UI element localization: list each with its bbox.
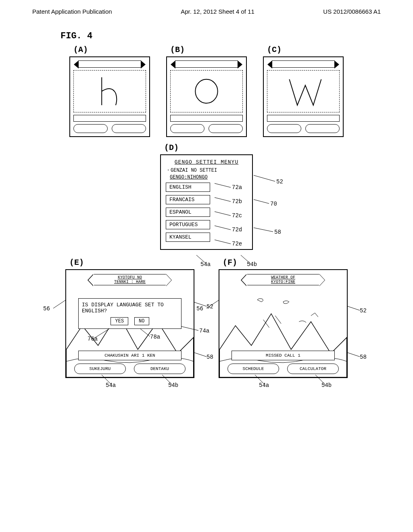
- device-f: WEATHER OF KYOTO:FINE MISSED CALL 1 SCHE…: [219, 269, 348, 378]
- ref-54a-f: 54a: [259, 382, 269, 389]
- ticker-f: WEATHER OF KYOTO:FINE: [247, 274, 319, 285]
- ref-56-e: 56: [43, 305, 50, 312]
- pict-e: CHAKUSHIN ARI 1 KEN: [78, 351, 181, 360]
- panel-c: (C): [263, 45, 344, 137]
- row-abc: (A) (B): [24, 45, 389, 137]
- header-right: US 2012/0086663 A1: [323, 8, 381, 15]
- soft-button-calculator[interactable]: DENTAKU: [134, 364, 186, 374]
- panel-f-label: (F): [223, 258, 348, 267]
- ref-54b-e: 54b: [168, 382, 178, 389]
- ref-78a: 78a: [150, 334, 160, 340]
- soft-button-left[interactable]: [267, 124, 301, 133]
- menu-subtitle: ・GENZAI NO SETTEI: [166, 167, 247, 174]
- ref-72a: 72a: [232, 184, 242, 191]
- yes-button[interactable]: YES: [111, 317, 128, 325]
- soft-button-right[interactable]: [209, 124, 243, 133]
- ref-54a: 54a: [200, 261, 211, 268]
- device-b: [166, 56, 247, 137]
- svg-line-6: [254, 175, 275, 181]
- device-e: KYOTOFU NO TENNKI : HARE IS DISPLAY LANG…: [65, 269, 194, 378]
- svg-line-16: [194, 353, 206, 357]
- ticker-bar: [272, 60, 335, 68]
- soft-button-schedule[interactable]: SCHEDULE: [227, 364, 279, 374]
- soft-button-right[interactable]: [112, 124, 146, 133]
- device-c: [263, 56, 344, 137]
- panel-e-label: (E): [69, 258, 194, 267]
- ref-56-f: 56: [196, 305, 203, 312]
- soft-button-left[interactable]: [73, 124, 108, 133]
- ticker-bar: [175, 60, 238, 68]
- soft-button-right[interactable]: [305, 124, 340, 133]
- ref-72b: 72b: [232, 198, 242, 205]
- ref-58-f: 58: [360, 354, 367, 360]
- ref-74a: 74a: [199, 328, 209, 334]
- pict-area: [267, 115, 340, 122]
- dialog-text: IS DISPLAY LANGUAGE SET TO ENGLISH?: [82, 302, 178, 314]
- panel-c-label: (C): [267, 45, 344, 54]
- panel-f-wrap: (F) WEATHER OF KYOTO:FINE MISSED CALL 1 …: [219, 258, 348, 378]
- panel-d-wrap: (D) GENGO SETTEI MENYU ・GENZAI NO SETTEI…: [160, 143, 253, 250]
- ticker-f-text: WEATHER OF KYOTO:FINE: [271, 275, 295, 284]
- pict-f: MISSED CALL 1: [232, 351, 335, 360]
- gesture-area-c[interactable]: [267, 70, 340, 112]
- ref-58: 58: [274, 229, 281, 235]
- ref-72d: 72d: [232, 227, 242, 233]
- device-a: [69, 56, 150, 137]
- row-d: (D) GENGO SETTEI MENYU ・GENZAI NO SETTEI…: [24, 143, 389, 250]
- ref-76a: 76a: [88, 336, 98, 342]
- panel-e-wrap: (E) KYOTOFU NO TENNKI : HARE IS DISPLAY …: [65, 258, 194, 378]
- svg-line-21: [348, 353, 360, 357]
- lang-option-francais[interactable]: FRANCAIS: [166, 195, 210, 204]
- header-left: Patent Application Publication: [32, 8, 112, 15]
- gesture-area-b[interactable]: [170, 70, 243, 112]
- menu-title: GENGO SETTEI MENYU: [166, 159, 247, 165]
- svg-line-8: [254, 228, 273, 232]
- ref-52: 52: [276, 179, 283, 185]
- panel-a: (A): [69, 45, 150, 137]
- svg-line-20: [348, 306, 360, 310]
- soft-button-schedule[interactable]: SUKEJURU: [74, 364, 126, 374]
- lang-option-english[interactable]: ENGLISH: [166, 183, 210, 192]
- panel-b: (B): [166, 45, 247, 137]
- panel-d-label: (D): [164, 143, 253, 152]
- dialog-e: IS DISPLAY LANGUAGE SET TO ENGLISH? YES …: [78, 298, 181, 329]
- pict-area: [170, 115, 243, 122]
- ticker-bar: [78, 60, 141, 68]
- lang-option-espanol[interactable]: ESPANOL: [166, 208, 210, 217]
- panel-b-label: (B): [170, 45, 247, 54]
- ticker-e: KYOTOFU NO TENNKI : HARE: [94, 274, 166, 285]
- ticker-e-text: KYOTOFU NO TENNKI : HARE: [114, 275, 146, 284]
- figure-label: FIG. 4: [60, 31, 389, 41]
- panel-a-label: (A): [73, 45, 150, 54]
- pict-area: [73, 115, 146, 122]
- ref-70: 70: [270, 201, 277, 207]
- wallpaper-mountains-icon: [219, 270, 347, 377]
- lang-option-cancel[interactable]: KYANSEL: [166, 233, 210, 242]
- ref-58-e: 58: [206, 354, 213, 360]
- gesture-circle-icon: [171, 71, 242, 112]
- ref-52-e: 52: [206, 303, 213, 310]
- lang-option-portugues[interactable]: PORTUGUES: [166, 220, 210, 229]
- svg-line-11: [53, 300, 65, 308]
- ref-54a-e: 54a: [106, 382, 116, 389]
- header-center: Apr. 12, 2012 Sheet 4 of 11: [181, 8, 254, 15]
- ref-72e: 72e: [232, 241, 242, 247]
- svg-line-7: [254, 200, 269, 204]
- row-ef: (E) KYOTOFU NO TENNKI : HARE IS DISPLAY …: [24, 258, 389, 378]
- gesture-area-a[interactable]: [73, 70, 146, 112]
- ref-54b-f: 54b: [321, 382, 332, 389]
- gesture-h-icon: [74, 71, 146, 112]
- soft-button-calculator[interactable]: CALCULATOR: [287, 364, 339, 374]
- no-button[interactable]: NO: [134, 317, 149, 325]
- gesture-w-icon: [267, 71, 339, 112]
- menu-current: GENGO:NIHONGO: [170, 175, 247, 180]
- page-header: Patent Application Publication Apr. 12, …: [24, 8, 389, 15]
- ref-72c: 72c: [232, 212, 242, 219]
- ref-52-f: 52: [360, 308, 367, 314]
- soft-button-left[interactable]: [170, 124, 204, 133]
- svg-point-0: [195, 79, 217, 103]
